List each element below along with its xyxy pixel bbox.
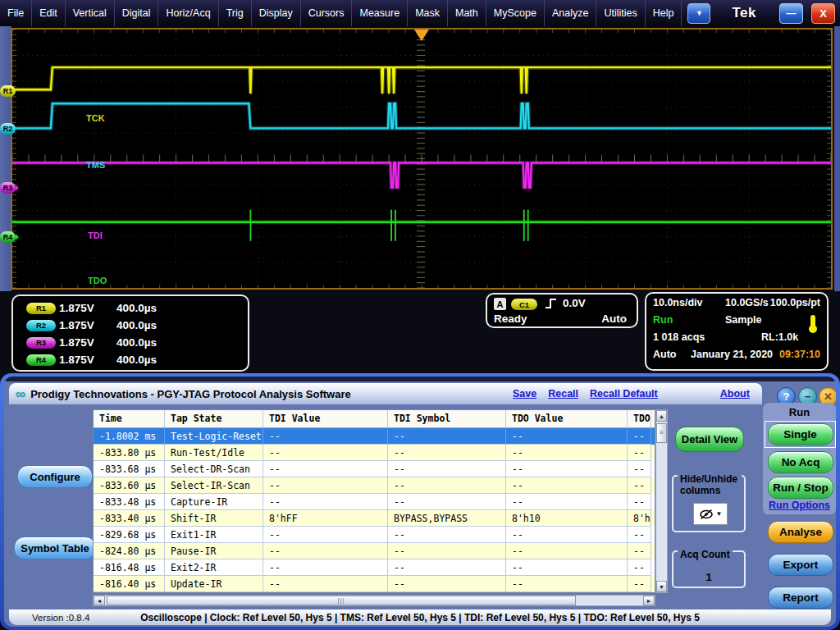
table-cell: -- — [388, 494, 506, 510]
close-button[interactable]: X — [811, 3, 835, 24]
table-row[interactable]: -1.8002 msTest-Logic-Reset-------- — [94, 428, 655, 445]
table-row[interactable]: -833.40 µsShift-IR8'hFFBYPASS,BYPASS8'h1… — [94, 510, 655, 527]
minimize-button[interactable]: ― — [779, 3, 803, 24]
menu-item-trig[interactable]: Trig — [219, 0, 252, 26]
table-row[interactable]: -833.60 µsSelect-IR-Scan-------- — [94, 477, 655, 494]
table-cell: -- — [263, 527, 388, 543]
table-cell: -- — [263, 428, 388, 445]
table-cell: -816.48 µs — [94, 559, 165, 576]
ref-timebase: 400.0µs — [116, 354, 157, 366]
run-options-link[interactable]: Run Options — [763, 500, 836, 511]
trigger-position-icon[interactable] — [414, 30, 429, 41]
table-header-cell[interactable]: Time — [94, 410, 165, 427]
menu-item-myscope[interactable]: MyScope — [486, 0, 545, 26]
symbol-table-button[interactable]: Symbol Table — [14, 536, 96, 559]
table-row[interactable]: -816.48 µsExit2-IR-------- — [94, 559, 655, 576]
single-button[interactable]: Single — [768, 423, 833, 445]
menu-item-digital[interactable]: Digital — [115, 0, 159, 26]
menu-item-help[interactable]: Help — [646, 0, 682, 26]
table-header-cell[interactable]: TDO Value — [506, 410, 628, 427]
table-cell: -- — [628, 559, 651, 576]
table-cell: -- — [263, 494, 388, 510]
table-cell: -- — [628, 494, 651, 510]
detail-view-button[interactable]: Detail View — [675, 427, 744, 452]
channel-marker-r1[interactable]: R1 — [0, 85, 16, 97]
menu-item-analyze[interactable]: Analyze — [545, 0, 596, 26]
menu-item-display[interactable]: Display — [252, 0, 301, 26]
menu-item-edit[interactable]: Edit — [32, 0, 66, 26]
wave-label-tdo: TDO — [88, 276, 107, 285]
table-cell: -833.80 µs — [94, 445, 165, 461]
configure-button[interactable]: Configure — [17, 465, 93, 488]
save-link[interactable]: Save — [513, 388, 536, 399]
menu-item-measure[interactable]: Measure — [352, 0, 408, 26]
table-row[interactable]: -833.80 µsRun-Test/Idle-------- — [94, 445, 655, 461]
waveform-canvas — [12, 30, 831, 288]
recall-default-link[interactable]: Recall Default — [590, 388, 658, 399]
hide-unhide-label: Hide/Unhide columns — [678, 474, 742, 497]
table-header-cell[interactable]: TDI Value — [263, 410, 388, 427]
table-cell: -- — [506, 527, 628, 543]
table-cell: 8'h1 — [628, 510, 651, 527]
menu-item-file[interactable]: File — [0, 0, 32, 26]
date-readout: January 21, 2020 — [691, 349, 773, 360]
table-row[interactable]: -829.68 µsExit1-IR-------- — [94, 527, 655, 543]
table-row[interactable]: -833.68 µsSelect-DR-Scan-------- — [94, 461, 655, 477]
graticule[interactable] — [11, 28, 833, 290]
menu-item-mask[interactable]: Mask — [408, 0, 448, 26]
horizontal-scrollbar[interactable]: ◄ ||| ► — [93, 595, 655, 606]
menu-overflow-button[interactable]: ▼ — [687, 3, 710, 24]
ref-voltage: 1.875V — [59, 354, 94, 366]
jtag-titlebar[interactable]: ∞ Prodigy Technovations - PGY-JTAG Proto… — [9, 383, 762, 404]
scroll-down-arrow-icon[interactable]: ▼ — [656, 581, 667, 592]
table-cell: -- — [628, 477, 651, 494]
table-header-cell[interactable]: Tap State — [165, 410, 263, 427]
trace-glow-r3 — [12, 163, 831, 188]
vertical-scroll-thumb[interactable]: ≡ — [656, 423, 667, 443]
prodigy-logo-icon: ∞ — [16, 387, 25, 401]
run-group-label: Run — [763, 406, 836, 418]
menu-item-math[interactable]: Math — [448, 0, 486, 26]
rising-edge-icon — [545, 297, 558, 310]
channel-marker-r3[interactable]: R3 — [0, 182, 16, 194]
scroll-right-arrow-icon[interactable]: ► — [643, 596, 655, 605]
table-row[interactable]: -824.80 µsPause-IR-------- — [94, 543, 655, 559]
menu-item-vertical[interactable]: Vertical — [66, 0, 115, 26]
menu-item-utilities[interactable]: Utilities — [596, 0, 645, 26]
table-row[interactable]: -833.48 µsCapture-IR-------- — [94, 494, 655, 510]
about-link[interactable]: About — [720, 388, 750, 399]
table-header-cell[interactable]: TDI Symbol — [388, 410, 506, 427]
jtag-title: Prodigy Technovations - PGY-JTAG Protoco… — [30, 388, 351, 400]
recall-link[interactable]: Recall — [548, 388, 578, 399]
export-button[interactable]: Export — [768, 554, 833, 576]
scroll-left-arrow-icon[interactable]: ◄ — [94, 596, 105, 605]
analyse-button[interactable]: Analyse — [768, 521, 833, 543]
table-row[interactable]: -816.40 µsUpdate-IR-------- — [94, 576, 655, 592]
report-button[interactable]: Report — [768, 587, 833, 609]
trigger-status: Ready — [494, 313, 527, 325]
table-header-cell[interactable]: TDO — [628, 410, 651, 427]
channel-marker-r2[interactable]: R2 — [0, 123, 16, 135]
table-cell: Pause-IR — [165, 543, 263, 559]
table-cell: Exit2-IR — [165, 559, 263, 576]
no-acq-button[interactable]: No Acq — [768, 451, 833, 473]
table-cell: -833.60 µs — [94, 477, 165, 494]
acq-count-label: Acq Count — [678, 550, 733, 561]
caret-down-icon: ▼ — [716, 510, 723, 518]
channel-marker-r4[interactable]: R4 — [0, 231, 16, 243]
table-header-row: TimeTap StateTDI ValueTDI SymbolTDO Valu… — [94, 410, 655, 428]
table-cell: BYPASS,BYPASS — [388, 510, 506, 527]
columns-dropdown-button[interactable]: ▼ — [693, 503, 728, 525]
protocol-table[interactable]: TimeTap StateTDI ValueTDI SymbolTDO Valu… — [93, 409, 655, 593]
ref-badge-r4: R4 — [26, 354, 56, 366]
scroll-up-arrow-icon[interactable]: ▲ — [656, 410, 667, 422]
vertical-scrollbar[interactable]: ▲ ≡ ▼ — [655, 409, 668, 593]
horizontal-scroll-thumb[interactable]: ||| — [107, 596, 576, 605]
table-cell: -- — [388, 461, 506, 477]
trigger-source-badge: A — [494, 298, 506, 310]
menu-item-cursors[interactable]: Cursors — [301, 0, 353, 26]
run-stop-button[interactable]: Run / Stop — [768, 477, 833, 499]
menu-item-horizacq[interactable]: Horiz/Acq — [158, 0, 218, 26]
table-cell: -- — [628, 461, 651, 477]
table-cell: -833.48 µs — [94, 494, 165, 510]
